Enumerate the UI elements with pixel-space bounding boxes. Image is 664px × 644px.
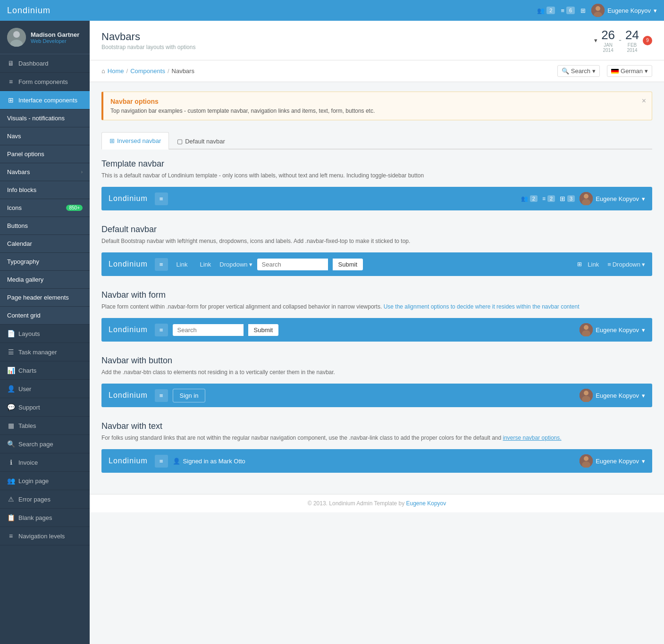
sidebar-item-label: Interface components [18, 97, 77, 104]
section-form-navbar: Navbar with form Place form content with… [101, 290, 652, 342]
inverse-link[interactable]: inverse navbar options. [503, 435, 562, 441]
nb-username: Eugene Kopyov [596, 326, 639, 334]
sidebar-item-dashboard[interactable]: 🖥 Dashboard [0, 54, 90, 73]
nb-persons[interactable]: 👥 2 [521, 195, 538, 202]
sidebar-item-media[interactable]: Media gallery [0, 271, 90, 289]
nb-text-user[interactable]: Eugene Kopyov ▾ [580, 454, 645, 468]
sidebar-item-layouts[interactable]: 📄 Layouts [0, 325, 90, 343]
nb-form-search-input[interactable] [173, 324, 244, 336]
date-start: 26 JAN2014 [601, 28, 615, 53]
default-navbar-desc: Default Bootstrap navbar with left/right… [101, 237, 652, 245]
sidebar-item-page-header[interactable]: Page header elements [0, 289, 90, 307]
tab-label: Inversed navbar [117, 137, 161, 144]
sidebar-item-typography[interactable]: Typography [0, 253, 90, 271]
sidebar-item-visuals[interactable]: Visuals - notifications [0, 109, 90, 127]
sidebar-item-error[interactable]: ⚠ Error pages [0, 490, 90, 509]
nb-toggle-button[interactable]: ≡ [155, 192, 168, 205]
nb-list-count: 2 [547, 195, 555, 202]
nb-toggle-button[interactable]: ≡ [155, 455, 168, 468]
search-label: Search [571, 67, 590, 75]
tab-default-navbar[interactable]: ▢ Default navbar [169, 132, 233, 150]
sidebar-item-form-components[interactable]: ≡ Form components [0, 73, 90, 91]
breadcrumb-bar: ⌂ Home / Components / Navbars 🔍 Search ▾… [90, 60, 664, 82]
nb-submit-button[interactable]: Submit [333, 259, 363, 270]
sidebar-item-task-manager[interactable]: ☰ Task manager [0, 343, 90, 361]
form-navbar-title: Navbar with form [101, 290, 652, 300]
sidebar-item-tables[interactable]: ▦ Tables [0, 417, 90, 435]
sidebar-item-navs[interactable]: Navs [0, 127, 90, 145]
search-button[interactable]: 🔍 Search ▾ [557, 65, 600, 77]
sidebar-item-support[interactable]: 💬 Support [0, 398, 90, 417]
footer-author-link[interactable]: Eugene Kopyov [406, 500, 446, 507]
sidebar-item-label: Search page [18, 441, 53, 448]
user-menu[interactable]: Eugene Kopyov ▾ [591, 4, 657, 17]
nb-user[interactable]: Eugene Kopyov ▾ [580, 192, 645, 205]
language-button[interactable]: German ▾ [607, 65, 652, 77]
date-range: ▾ 26 JAN2014 - 24 FEB2014 9 [594, 28, 652, 53]
alert-close-button[interactable]: × [642, 97, 646, 105]
nb-brand: Londinium [109, 326, 148, 334]
sidebar-item-invoice[interactable]: ℹ Invoice [0, 453, 90, 472]
nb-list-icon: ≡ [607, 261, 611, 268]
user-icon: 👤 [7, 385, 15, 393]
login-icon: 👥 [7, 477, 15, 485]
sidebar-item-user[interactable]: 👤 User [0, 380, 90, 398]
sidebar-item-buttons[interactable]: Buttons [0, 217, 90, 235]
search-icon: 🔍 [562, 67, 569, 75]
nb-grid-link[interactable]: ⊞ Link [577, 261, 603, 268]
nb-grid[interactable]: ⊞ 3 [560, 195, 575, 202]
nb-dropdown1[interactable]: Dropdown ▾ [219, 261, 252, 268]
flag-icon [611, 69, 619, 74]
sidebar-item-label: Buttons [7, 222, 28, 229]
sidebar-item-login[interactable]: 👥 Login page [0, 472, 90, 490]
tab-inversed-navbar[interactable]: ⊞ Inversed navbar [101, 132, 169, 150]
sidebar-item-label: Support [18, 404, 40, 411]
alert-box: Navbar options Top navigation bar exampl… [101, 92, 652, 120]
sidebar-item-search-page[interactable]: 🔍 Search page [0, 435, 90, 453]
sidebar-item-info-blocks[interactable]: Info blocks [0, 181, 90, 199]
language-label: German [621, 67, 643, 75]
breadcrumb-home[interactable]: Home [108, 67, 124, 75]
sidebar-item-icons[interactable]: Icons 850+ [0, 199, 90, 217]
svg-point-4 [13, 31, 20, 38]
sidebar-item-panel[interactable]: Panel options [0, 145, 90, 163]
persons-icon: 👥 [537, 7, 545, 14]
nb-toggle-button[interactable]: ≡ [155, 258, 168, 271]
breadcrumb-components[interactable]: Components [130, 67, 165, 75]
default-navbar-title: Default navbar [101, 225, 652, 234]
sidebar-item-interface-components[interactable]: ⊞ Interface components [0, 91, 90, 109]
nb-button-user[interactable]: Eugene Kopyov ▾ [580, 389, 645, 402]
persons-count: 2 [546, 7, 555, 14]
tab-label: Default navbar [185, 138, 225, 145]
nb-list[interactable]: ≡ 2 [542, 195, 555, 202]
nb-dropdown-icon: ▾ [642, 261, 645, 268]
nb-search-input[interactable] [257, 259, 328, 270]
sidebar-item-content-grid[interactable]: Content grid [0, 307, 90, 325]
nb-toggle-button[interactable]: ≡ [155, 389, 168, 402]
nb-link2[interactable]: Link [196, 261, 215, 268]
sidebar-item-label: Layouts [18, 330, 40, 337]
nb-grid-count: 3 [567, 195, 575, 202]
grid-badge[interactable]: ⊞ [580, 7, 586, 14]
list-badge[interactable]: ≡ 6 [561, 7, 575, 14]
sidebar-item-blank[interactable]: 📋 Blank pages [0, 509, 90, 527]
nb-form-submit-button[interactable]: Submit [248, 324, 278, 336]
sidebar-item-calendar[interactable]: Calendar [0, 235, 90, 253]
sidebar-item-nav-levels[interactable]: ≡ Navigation levels [0, 527, 90, 545]
sidebar-item-navbars[interactable]: Navbars › [0, 163, 90, 181]
nb-dropdown2[interactable]: ≡ Dropdown ▾ [607, 261, 645, 268]
nb-link1[interactable]: Link [173, 261, 192, 268]
sidebar-item-charts[interactable]: 📊 Charts [0, 361, 90, 380]
user-name: Eugene Kopyov [607, 7, 651, 14]
nb-sign-in-button[interactable]: Sign in [173, 389, 206, 402]
persons-badge[interactable]: 👥 2 [537, 7, 555, 14]
date-start-day: 26 [601, 28, 615, 42]
sidebar-item-label: Form components [18, 78, 68, 85]
nb-avatar [580, 454, 593, 468]
nb-form-user[interactable]: Eugene Kopyov ▾ [580, 323, 645, 336]
search-dropdown-icon: ▾ [592, 67, 596, 75]
page-header: Navbars Bootstrap navbar layouts with op… [90, 21, 664, 60]
nb-toggle-button[interactable]: ≡ [155, 324, 168, 336]
user-dropdown-icon: ▾ [654, 7, 657, 14]
brand-logo[interactable]: Londinium [7, 6, 537, 16]
